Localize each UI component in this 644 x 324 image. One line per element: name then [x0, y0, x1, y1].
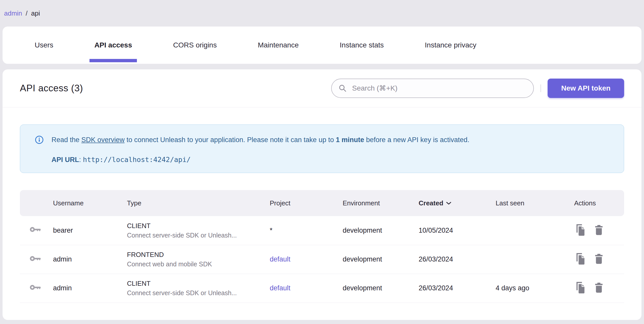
key-icon	[30, 284, 41, 291]
cell-environment: development	[343, 245, 419, 274]
breadcrumb-admin-link[interactable]: admin	[4, 9, 22, 17]
info-icon	[35, 135, 44, 144]
tab-maintenance[interactable]: Maintenance	[253, 27, 303, 64]
project-link[interactable]: default	[270, 284, 290, 292]
column-header-username[interactable]: Username	[53, 190, 127, 216]
cell-actions	[574, 216, 624, 245]
cell-username: admin	[53, 274, 127, 303]
tab-maintenance-label: Maintenance	[258, 41, 299, 49]
copy-icon	[575, 282, 585, 294]
tab-instance-stats-label: Instance stats	[340, 41, 384, 49]
copy-token-button[interactable]	[574, 252, 586, 267]
delete-token-button[interactable]	[594, 282, 604, 295]
table-header-row: Username Type Project Environment Create…	[20, 190, 624, 216]
cell-last-seen	[496, 216, 574, 245]
banner-text-post: before a new API key is activated.	[364, 136, 469, 144]
card-body: Read the SDK overview to connect Unleash…	[3, 107, 641, 303]
cell-type: CLIENT Connect server-side SDK or Unleas…	[127, 216, 270, 245]
token-type: CLIENT	[127, 222, 270, 230]
breadcrumb-current: api	[31, 9, 40, 17]
tab-api-access-label: API access	[94, 41, 132, 49]
tab-bar: Users API access CORS origins Maintenanc…	[3, 27, 641, 64]
key-icon	[30, 226, 41, 233]
tabs-card: Users API access CORS origins Maintenanc…	[3, 27, 641, 64]
cell-created: 26/03/2024	[419, 274, 496, 303]
trash-icon	[595, 283, 603, 293]
cell-username: bearer	[53, 216, 127, 245]
api-access-card: API access (3) New API token	[3, 69, 641, 320]
tab-instance-privacy[interactable]: Instance privacy	[420, 27, 481, 64]
banner-message: Read the SDK overview to connect Unleash…	[51, 135, 469, 144]
column-header-last-seen[interactable]: Last seen	[496, 190, 574, 216]
trash-icon	[595, 225, 603, 235]
column-header-environment[interactable]: Environment	[343, 190, 419, 216]
card-header: API access (3) New API token	[3, 69, 641, 107]
copy-token-button[interactable]	[574, 223, 586, 238]
breadcrumb: admin / api	[0, 0, 644, 27]
column-header-type[interactable]: Type	[127, 190, 270, 216]
api-tokens-table: Username Type Project Environment Create…	[20, 190, 624, 303]
tab-cors-origins-label: CORS origins	[173, 41, 217, 49]
search-box[interactable]	[331, 79, 534, 98]
cell-created: 10/05/2024	[419, 216, 496, 245]
cell-actions	[574, 274, 624, 303]
tab-users-label: Users	[35, 41, 53, 49]
api-url-separator: :	[79, 156, 83, 164]
tab-instance-stats[interactable]: Instance stats	[335, 27, 389, 64]
active-tab-indicator	[89, 59, 137, 62]
delete-token-button[interactable]	[594, 253, 604, 266]
tab-instance-privacy-label: Instance privacy	[425, 41, 476, 49]
copy-token-button[interactable]	[574, 281, 586, 295]
header-icon-spacer	[20, 190, 53, 216]
page-title: API access (3)	[20, 83, 83, 94]
api-url-line: API URL: http://localhost:4242/api/	[51, 156, 614, 164]
cell-last-seen: 4 days ago	[496, 274, 574, 303]
project-link[interactable]: default	[270, 255, 290, 263]
sdk-overview-link[interactable]: SDK overview	[81, 136, 125, 144]
cell-project: *	[270, 216, 343, 245]
cell-created: 26/03/2024	[419, 245, 496, 274]
token-type: FRONTEND	[127, 251, 270, 259]
banner-text-bold: 1 minute	[336, 136, 364, 144]
cell-actions	[574, 245, 624, 274]
api-url-label: API URL	[51, 156, 79, 164]
token-type-description: Connect server-side SDK or Unleash...	[127, 289, 270, 297]
banner-text-pre: Read the	[51, 136, 81, 144]
cell-environment: development	[343, 216, 419, 245]
table-row: admin CLIENT Connect server-side SDK or …	[20, 274, 624, 303]
column-header-actions: Actions	[574, 190, 624, 216]
column-header-project[interactable]: Project	[270, 190, 343, 216]
table-row: admin FRONTEND Connect web and mobile SD…	[20, 245, 624, 274]
project-wildcard: *	[270, 227, 273, 234]
cell-project: default	[270, 245, 343, 274]
cell-type: CLIENT Connect server-side SDK or Unleas…	[127, 274, 270, 303]
breadcrumb-separator: /	[26, 9, 28, 17]
new-api-token-button[interactable]: New API token	[548, 79, 624, 98]
search-icon	[338, 84, 347, 93]
copy-icon	[575, 224, 585, 236]
cell-project: default	[270, 274, 343, 303]
trash-icon	[595, 254, 603, 264]
token-type-description: Connect web and mobile SDK	[127, 260, 270, 268]
copy-icon	[575, 253, 585, 265]
info-banner: Read the SDK overview to connect Unleash…	[20, 124, 624, 173]
cell-environment: development	[343, 274, 419, 303]
header-actions: New API token	[331, 79, 624, 98]
chevron-down-icon	[446, 202, 452, 205]
header-divider	[540, 84, 541, 92]
tab-api-access[interactable]: API access	[89, 27, 137, 64]
column-header-created-label: Created	[419, 199, 443, 207]
key-icon	[30, 255, 41, 262]
table-row: bearer CLIENT Connect server-side SDK or…	[20, 216, 624, 245]
api-url-value: http://localhost:4242/api/	[83, 156, 191, 164]
cell-type: FRONTEND Connect web and mobile SDK	[127, 245, 270, 274]
cell-last-seen	[496, 245, 574, 274]
cell-username: admin	[53, 245, 127, 274]
token-type: CLIENT	[127, 280, 270, 288]
delete-token-button[interactable]	[594, 224, 604, 237]
tab-users[interactable]: Users	[30, 27, 58, 64]
tab-cors-origins[interactable]: CORS origins	[168, 27, 222, 64]
banner-text-mid: to connect Unleash to your application. …	[125, 136, 336, 144]
search-input[interactable]	[352, 84, 527, 93]
column-header-created[interactable]: Created	[419, 190, 496, 216]
